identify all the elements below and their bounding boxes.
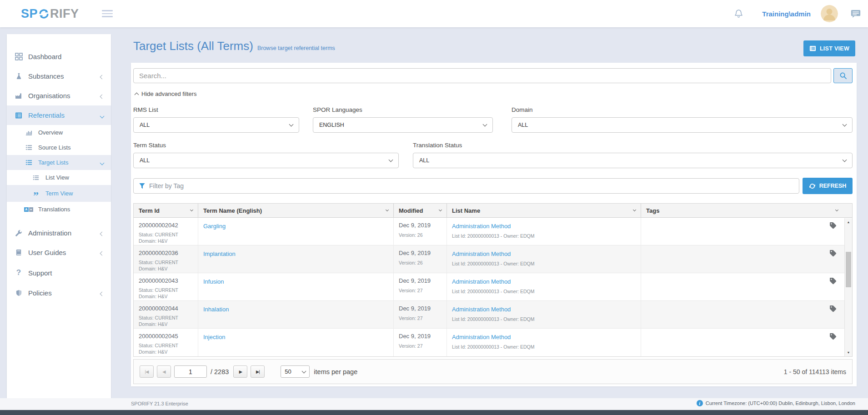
sidebar-item-user-guides[interactable]: User Guides	[7, 243, 111, 262]
translation-status-select[interactable]: ALL	[413, 153, 853, 168]
first-page-button[interactable]: |◀	[140, 365, 154, 378]
term-name-link[interactable]: Infusion	[203, 278, 224, 285]
next-page-button[interactable]: ▶	[233, 365, 247, 378]
tag-icon[interactable]	[829, 305, 837, 314]
term-status-select[interactable]: ALL	[133, 153, 399, 168]
modified-date: Dec 9, 2019	[399, 277, 442, 284]
list-info: List Id: 200000000013 - Owner: EDQM	[452, 344, 636, 350]
chevron-down-icon	[386, 208, 389, 211]
filters-row-2: Term Status ALL Translation Status ALL	[133, 142, 853, 168]
list-name-link[interactable]: Administration Method	[452, 250, 511, 257]
tag-filter-input[interactable]	[149, 182, 794, 190]
chevron-down-icon	[100, 159, 104, 166]
sidebar-item-referentials[interactable]: Referentials	[7, 105, 111, 125]
list-name-link[interactable]: Administration Method	[452, 278, 511, 285]
page-title: Target Lists (All Terms)	[133, 39, 253, 53]
wrench-icon	[14, 230, 23, 237]
spor-languages-select[interactable]: ENGLISH	[313, 117, 493, 133]
column-header-term-id[interactable]: Term Id	[134, 204, 198, 217]
sidebar-item-overview[interactable]: Overview	[7, 125, 111, 140]
chat-icon[interactable]	[851, 10, 861, 18]
sidebar-item-dashboard[interactable]: Dashboard	[7, 47, 111, 66]
tag-filter-row: REFRESH	[133, 178, 853, 194]
term-name-link[interactable]: Inhalation	[203, 306, 229, 313]
sidebar-item-organisations[interactable]: Organisations	[7, 86, 111, 105]
chevron-left-icon	[100, 92, 104, 100]
menu-toggle-icon[interactable]	[102, 8, 113, 19]
select-value: ALL	[518, 122, 528, 128]
term-id: 200000002045	[139, 333, 193, 340]
bar-chart-icon	[24, 129, 33, 136]
last-page-button[interactable]: ▶|	[251, 365, 265, 378]
column-header-list-name[interactable]: List Name	[447, 204, 641, 217]
column-header-term-name[interactable]: Term Name (English)	[198, 204, 394, 217]
list-icon	[24, 144, 33, 151]
sidebar-item-target-lists[interactable]: Target Lists	[7, 155, 111, 170]
tag-filter-field	[133, 178, 799, 194]
filter-label: Translation Status	[413, 142, 853, 149]
logo-text-rify: RIFY	[50, 8, 79, 20]
hide-advanced-filters-toggle[interactable]: Hide advanced filters	[135, 90, 196, 97]
scroll-down-arrow[interactable]: ▼	[845, 349, 852, 356]
page-size-select[interactable]: 50	[281, 365, 310, 378]
factory-icon	[14, 92, 23, 100]
page-number-input[interactable]	[174, 365, 207, 378]
items-range-label: 1 - 50 of 114113 items	[784, 368, 846, 375]
chevron-down-icon	[633, 208, 636, 211]
sidebar-item-substances[interactable]: Substances	[7, 66, 111, 86]
sidebar-item-term-view[interactable]: ” Term View	[7, 185, 111, 202]
version: Version: 27	[399, 287, 442, 294]
sidebar-item-source-lists[interactable]: Source Lists	[7, 140, 111, 155]
rms-list-select[interactable]: ALL	[133, 117, 299, 133]
search-button[interactable]	[833, 68, 853, 83]
list-name-link[interactable]: Administration Method	[452, 223, 511, 230]
avatar[interactable]	[821, 5, 838, 22]
term-name-link[interactable]: Injection	[203, 334, 225, 340]
list-name-link[interactable]: Administration Method	[452, 334, 511, 340]
sidebar-item-administration[interactable]: Administration	[7, 223, 111, 243]
refresh-button[interactable]: REFRESH	[803, 178, 853, 194]
column-label: Term Id	[139, 207, 160, 214]
sidebar-item-translations[interactable]: A★ Translations	[7, 202, 111, 217]
page-subtitle: Browse target referential terms	[257, 45, 335, 51]
chevron-down-icon	[439, 208, 442, 211]
scrollbar-thumb[interactable]	[846, 252, 851, 287]
term-name-link[interactable]: Implantation	[203, 250, 236, 257]
previous-page-button[interactable]: ◀	[157, 365, 171, 378]
scroll-up-arrow[interactable]: ▲	[845, 218, 852, 226]
tag-icon[interactable]	[829, 277, 837, 286]
sidebar-label: Administration	[28, 229, 71, 237]
column-header-modified[interactable]: Modified	[394, 204, 447, 217]
list-info: List Id: 200000000013 - Owner: EDQM	[452, 288, 636, 295]
sidebar-label: Source Lists	[38, 144, 71, 151]
tag-icon[interactable]	[829, 250, 837, 259]
list-view-button[interactable]: LIST VIEW	[803, 40, 855, 56]
sidebar-label: Target Lists	[38, 159, 68, 166]
chevron-down-icon	[289, 122, 294, 127]
timezone-label: Current Timezone: (UTC+00:00) Dublin, Ed…	[706, 400, 855, 406]
user-menu[interactable]: Training\admin	[762, 10, 811, 18]
list-info: List Id: 200000000013 - Owner: EDQM	[452, 233, 636, 239]
tag-icon[interactable]	[829, 333, 837, 342]
chevron-left-icon	[100, 72, 104, 80]
tag-icon[interactable]	[829, 222, 837, 231]
notifications-bell-icon[interactable]	[734, 9, 743, 19]
sidebar-item-policies[interactable]: Policies	[7, 283, 111, 303]
sidebar-label: Organisations	[28, 92, 70, 100]
sidebar-item-list-view[interactable]: List View	[7, 170, 111, 185]
search-input[interactable]	[133, 68, 831, 83]
list-name-link[interactable]: Administration Method	[452, 306, 511, 313]
sidebar-label: Term View	[45, 190, 73, 197]
select-value: ENGLISH	[319, 122, 344, 128]
chevron-down-icon	[835, 208, 838, 211]
table-row: 200000002044 Status: CURRENT Domain: H&V…	[134, 301, 852, 329]
term-status: Status: CURRENT	[139, 342, 193, 349]
domain-select[interactable]: ALL	[512, 117, 853, 133]
refresh-icon	[809, 183, 816, 190]
sidebar-item-support[interactable]: ? Support	[7, 262, 111, 283]
column-header-tags[interactable]: Tags	[641, 204, 852, 217]
term-name-link[interactable]: Gargling	[203, 223, 226, 230]
table-row: 200000002043 Status: CURRENT Domain: H&V…	[134, 273, 852, 301]
items-per-page-label: items per page	[314, 368, 357, 375]
sidebar-label: Translations	[38, 206, 70, 213]
